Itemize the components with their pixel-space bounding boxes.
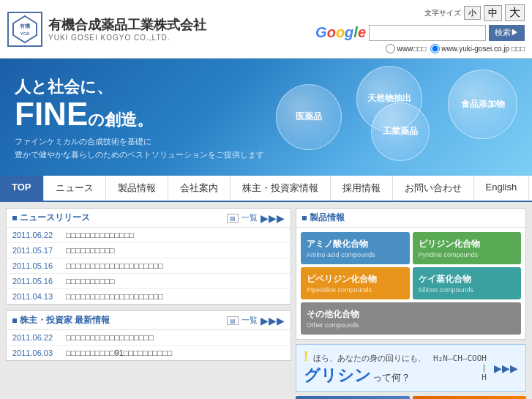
navigation: TOP ニュース 製品情報 会社案内 株主・投資家情報 採用情報 お問い合わせ … xyxy=(0,176,532,202)
nav-english[interactable]: English xyxy=(474,176,530,201)
search-radio-www[interactable]: www□□□ xyxy=(386,44,426,53)
company-logo: 有機 YGK xyxy=(7,12,42,47)
nav-investor[interactable]: 株主・投資家情報 xyxy=(231,176,331,201)
banner-line1: 人と社会に、 xyxy=(15,73,264,98)
investor-list-link[interactable]: ▤ 一覧 ▶▶▶ xyxy=(227,315,285,327)
company-name: 有機合成薬品工業株式会社 YUKI GOSEI KOGYO CO.,LTD. xyxy=(48,16,206,42)
glycine-intro: ! ほら、あなたの身の回りにも、 xyxy=(304,349,426,365)
table-row: 2011.06.22 □□□□□□□□□□□□□□ xyxy=(7,228,291,243)
investor-title: 株主・投資家 最新情報 xyxy=(12,314,110,327)
news-release-header: ニュースリリース ▤ 一覧 ▶▶▶ xyxy=(7,209,291,228)
nav-recruitment[interactable]: 採用情報 xyxy=(331,176,393,201)
left-column: ニュースリリース ▤ 一覧 ▶▶▶ 2011.06.22 □□□□□□□□□□□… xyxy=(6,208,291,399)
contract-manufacturing-banner[interactable]: あなたのご要望をカタチに。 受託製造のご案内 xyxy=(296,396,410,399)
nav-company[interactable]: 会社案内 xyxy=(168,176,231,201)
list-icon: ▤ xyxy=(227,316,239,325)
news-link[interactable]: □□□□□□□□□□□□□□ xyxy=(66,231,134,239)
font-mid-button[interactable]: 中 xyxy=(484,5,502,21)
hero-banner: 人と社会に、 FINEの創造。 ファインケミカルの合成技術を基礎に 豊かで健やか… xyxy=(0,59,532,176)
glycine-main-text: グリシン xyxy=(304,365,371,387)
search-options: www□□□ www.yuki-gosei.co.jp □□□ xyxy=(386,44,525,53)
glycine-formula2: | xyxy=(433,363,487,373)
table-row: 2011.04.13 □□□□□□□□□□□□□□□□□□□□ xyxy=(7,289,291,304)
bubble-food[interactable]: 食品添加物 xyxy=(448,70,517,139)
google-logo: Google xyxy=(315,24,366,41)
news-link[interactable]: □□□□□□□□□□ xyxy=(66,246,114,255)
company-name-jp: 有機合成薬品工業株式会社 xyxy=(48,16,206,34)
title-square-icon xyxy=(12,318,17,323)
custom-production-banner[interactable]: カスタム プロダクション のご紹介 xyxy=(413,396,527,399)
nav-contact[interactable]: お問い合わせ xyxy=(393,176,474,201)
nav-top[interactable]: TOP xyxy=(0,176,44,201)
title-square-icon xyxy=(302,216,307,220)
glycine-formula3: H xyxy=(433,373,487,382)
arrow-right-icon: ▶▶▶ xyxy=(261,212,285,224)
news-link[interactable]: □□□□□□□□□□ xyxy=(66,277,114,286)
font-size-label: 文字サイズ xyxy=(424,8,461,18)
title-square-icon xyxy=(12,216,17,220)
arrow-right-icon: ▶▶▶ xyxy=(261,315,285,327)
header: 有機 YGK 有機合成薬品工業株式会社 YUKI GOSEI KOGYO CO.… xyxy=(0,0,532,59)
font-small-button[interactable]: 小 xyxy=(464,6,481,20)
svg-marker-0 xyxy=(13,16,37,42)
product-piperidine[interactable]: ピペリジン化合物 Piperidine compounds xyxy=(301,267,410,299)
nav-news[interactable]: ニュース xyxy=(44,176,106,201)
investor-header: 株主・投資家 最新情報 ▤ 一覧 ▶▶▶ xyxy=(7,311,291,330)
product-silicon[interactable]: ケイ蒸化合物 Silicon compounds xyxy=(413,267,522,299)
table-row: 2011.06.03 □□□□□□□□□□91□□□□□□□□□□ xyxy=(7,346,291,360)
exclamation-icon: ! xyxy=(304,349,308,364)
search-radio-site[interactable]: www.yuki-gosei.co.jp □□□ xyxy=(430,44,525,53)
font-large-button[interactable]: 大 xyxy=(505,4,525,21)
nav-products[interactable]: 製品情報 xyxy=(106,176,168,201)
banner-subtext: ファインケミカルの合成技術を基礎に 豊かで健やかな暮らしのためのベストソリューシ… xyxy=(15,135,264,162)
product-grid: アミノ酸化合物 Amino acid compounds ピリジン化合物 Pyr… xyxy=(296,228,525,339)
product-pyridine[interactable]: ピリジン化合物 Pyridine compounds xyxy=(413,232,522,264)
bubble-medical[interactable]: 医薬品 xyxy=(276,84,342,150)
glycine-formula-area: H₂N—CH—COOH | H xyxy=(433,354,487,382)
search-area: 文字サイズ 小 中 大 Google 検索▶ www□□□ www.yuki-g… xyxy=(315,4,525,53)
product-other[interactable]: その他化合物 Other compounds xyxy=(301,302,521,335)
google-search: Google 検索▶ xyxy=(315,24,525,41)
news-release-title: ニュースリリース xyxy=(12,212,90,224)
glycine-banner[interactable]: ! ほら、あなたの身の回りにも、 グリシン って何？ H₂N—CH—COOH |… xyxy=(296,344,526,392)
svg-text:有機: 有機 xyxy=(19,23,30,29)
company-name-en: YUKI GOSEI KOGYO CO.,LTD. xyxy=(48,34,206,42)
product-info-box: 製品情報 アミノ酸化合物 Amino acid compounds ピリジン化合… xyxy=(296,208,526,340)
search-input[interactable] xyxy=(369,25,486,41)
investor-link[interactable]: □□□□□□□□□□□□□□□□□□ xyxy=(66,333,154,342)
product-amino-acids[interactable]: アミノ酸化合物 Amino acid compounds xyxy=(301,232,410,264)
news-link[interactable]: □□□□□□□□□□□□□□□□□□□□ xyxy=(66,261,163,270)
news-list-link[interactable]: ▤ 一覧 ▶▶▶ xyxy=(227,212,285,224)
product-info-title: 製品情報 xyxy=(302,212,345,224)
banner-fine: FINEの創造。 xyxy=(15,98,264,130)
glycine-arrow-icon: ▶▶▶ xyxy=(494,362,518,374)
banner-bubbles: 医薬品 天然物抽出 工業薬品 食品添加物 xyxy=(239,59,532,176)
table-row: 2011.05.16 □□□□□□□□□□□□□□□□□□□□ xyxy=(7,258,291,274)
banner-content: 人と社会に、 FINEの創造。 ファインケミカルの合成技術を基礎に 豊かで健やか… xyxy=(15,73,264,162)
table-row: 2011.05.17 □□□□□□□□□□ xyxy=(7,243,291,258)
font-size-controls: 文字サイズ 小 中 大 xyxy=(424,4,525,21)
glycine-content: ! ほら、あなたの身の回りにも、 グリシン って何？ xyxy=(304,349,426,387)
glycine-name-row: グリシン って何？ xyxy=(304,365,426,387)
news-link[interactable]: □□□□□□□□□□□□□□□□□□□□ xyxy=(66,292,163,301)
right-column: 製品情報 アミノ酸化合物 Amino acid compounds ピリジン化合… xyxy=(296,208,526,399)
investor-box: 株主・投資家 最新情報 ▤ 一覧 ▶▶▶ 2011.06.22 □□□□□□□□… xyxy=(6,310,291,361)
glycine-suffix: って何？ xyxy=(372,371,411,384)
table-row: 2011.05.16 □□□□□□□□□□ xyxy=(7,274,291,289)
svg-text:YGK: YGK xyxy=(20,31,30,36)
investor-link[interactable]: □□□□□□□□□□91□□□□□□□□□□ xyxy=(66,348,172,357)
main-content: ニュースリリース ▤ 一覧 ▶▶▶ 2011.06.22 □□□□□□□□□□□… xyxy=(0,202,532,399)
list-icon: ▤ xyxy=(227,214,239,223)
search-button[interactable]: 検索▶ xyxy=(489,25,525,41)
bottom-banners: あなたのご要望をカタチに。 受託製造のご案内 カスタム xyxy=(296,396,526,399)
product-info-header: 製品情報 xyxy=(296,209,525,228)
table-row: 2011.06.22 □□□□□□□□□□□□□□□□□□ xyxy=(7,330,291,346)
news-release-box: ニュースリリース ▤ 一覧 ▶▶▶ 2011.06.22 □□□□□□□□□□□… xyxy=(6,208,291,305)
bubble-industrial[interactable]: 工業薬品 xyxy=(371,102,430,161)
glycine-formula: H₂N—CH—COOH xyxy=(433,354,487,363)
logo-area: 有機 YGK 有機合成薬品工業株式会社 YUKI GOSEI KOGYO CO.… xyxy=(7,12,206,47)
news-items: 2011.06.22 □□□□□□□□□□□□□□ 2011.05.17 □□□… xyxy=(7,228,291,304)
